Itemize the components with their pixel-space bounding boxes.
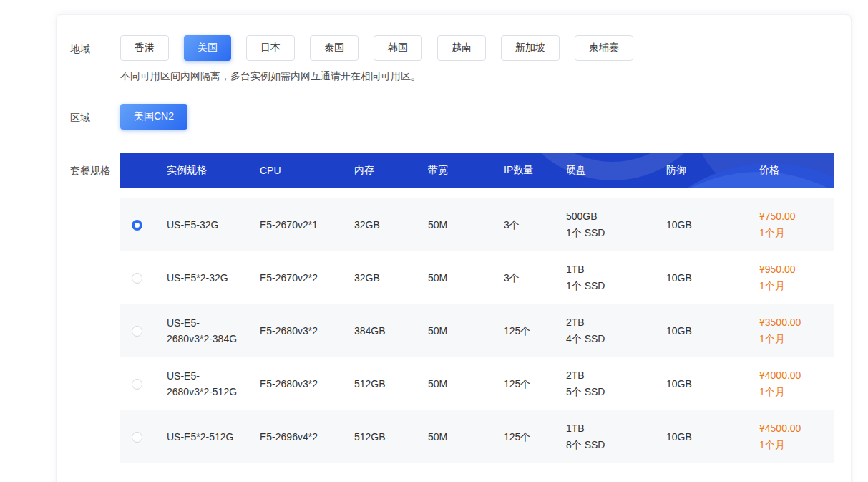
region-option-button[interactable]: 韩国 bbox=[374, 35, 422, 61]
region-option-button[interactable]: 柬埔寨 bbox=[575, 35, 633, 61]
plan-defense: 10GB bbox=[666, 207, 759, 243]
plan-disk-line: 1个 SSD bbox=[566, 278, 666, 294]
config-panel: 地域 香港美国日本泰国韩国越南新加坡柬埔寨 不同可用区间内网隔离，多台实例如需内… bbox=[56, 14, 852, 482]
radio-icon[interactable] bbox=[132, 273, 142, 284]
region-option-button[interactable]: 美国 bbox=[184, 35, 231, 61]
plan-price: ¥4000.001个月 bbox=[759, 357, 834, 410]
plan-price-period: 1个月 bbox=[759, 331, 834, 347]
column-header: CPU bbox=[260, 165, 354, 176]
plan-defense: 10GB bbox=[666, 419, 759, 455]
plan-cpu: E5-2680v3*2 bbox=[260, 313, 354, 349]
plan-memory: 32GB bbox=[354, 260, 428, 296]
region-option-button[interactable]: 日本 bbox=[246, 35, 295, 61]
plans-table-header: 实例规格CPU内存带宽IP数量硬盘防御价格 bbox=[120, 153, 834, 188]
plan-disk-line: 1TB bbox=[566, 261, 666, 278]
plan-ip-count: 125个 bbox=[504, 419, 566, 455]
plan-row[interactable]: US-E5-2680v3*2-384GE5-2680v3*2384GB50M12… bbox=[120, 304, 834, 357]
column-header: 硬盘 bbox=[566, 164, 666, 177]
region-option-button[interactable]: 香港 bbox=[120, 35, 169, 61]
plan-radio-cell bbox=[120, 316, 167, 347]
radio-selected-icon[interactable] bbox=[132, 220, 142, 231]
plan-price-amount: ¥750.00 bbox=[759, 208, 834, 225]
plan-price-period: 1个月 bbox=[759, 384, 834, 400]
plan-disk: 500GB1个 SSD bbox=[566, 198, 666, 251]
plan-row[interactable]: US-E5*2-32GE5-2670v2*232GB50M3个1TB1个 SSD… bbox=[120, 251, 834, 304]
plan-price: ¥950.001个月 bbox=[759, 251, 834, 304]
zone-option-button[interactable]: 美国CN2 bbox=[120, 104, 187, 130]
plan-cpu: E5-2670v2*1 bbox=[260, 207, 354, 243]
plan-defense: 10GB bbox=[666, 366, 759, 402]
plan-cpu: E5-2680v3*2 bbox=[260, 366, 354, 402]
plan-radio-cell bbox=[120, 422, 167, 453]
radio-icon[interactable] bbox=[132, 432, 142, 443]
plan-memory: 384GB bbox=[354, 313, 428, 349]
zone-label: 区域 bbox=[70, 104, 120, 130]
plan-price-amount: ¥4500.00 bbox=[759, 420, 834, 437]
column-header: 防御 bbox=[666, 164, 759, 177]
zone-section: 区域 美国CN2 bbox=[70, 104, 851, 130]
plan-row[interactable]: US-E5*2-512GE5-2696v4*2512GB50M125个1TB8个… bbox=[120, 410, 834, 463]
plan-ip-count: 3个 bbox=[504, 207, 566, 243]
region-note: 不同可用区间内网隔离，多台实例如需内网互通请开在相同可用区。 bbox=[120, 70, 851, 83]
column-header: 内存 bbox=[354, 164, 428, 177]
plan-cpu: E5-2696v4*2 bbox=[260, 419, 354, 455]
plans-table: 实例规格CPU内存带宽IP数量硬盘防御价格 US-E5-32GE5-2670v2… bbox=[120, 153, 834, 463]
plan-ip-count: 3个 bbox=[504, 260, 566, 296]
column-header: 实例规格 bbox=[167, 164, 260, 177]
column-header: 带宽 bbox=[428, 164, 504, 177]
plan-spec: US-E5-2680v3*2-384G bbox=[167, 305, 238, 357]
plan-spec: US-E5-2680v3*2-512G bbox=[167, 358, 238, 410]
region-option-button[interactable]: 越南 bbox=[437, 35, 486, 61]
plan-disk: 2TB4个 SSD bbox=[566, 304, 666, 357]
plan-price-period: 1个月 bbox=[759, 225, 834, 241]
plan-disk-line: 500GB bbox=[566, 208, 666, 225]
plans-label: 套餐规格 bbox=[70, 153, 120, 463]
region-option-button[interactable]: 新加坡 bbox=[501, 35, 560, 61]
plan-price-amount: ¥4000.00 bbox=[759, 367, 834, 384]
plan-spec: US-E5*2-512G bbox=[167, 419, 238, 455]
region-options: 香港美国日本泰国韩国越南新加坡柬埔寨 bbox=[120, 35, 851, 61]
plan-disk: 1TB1个 SSD bbox=[566, 251, 666, 304]
plan-row[interactable]: US-E5-2680v3*2-512GE5-2680v3*2512GB50M12… bbox=[120, 357, 834, 410]
plan-row[interactable]: US-E5-32GE5-2670v2*132GB50M3个500GB1个 SSD… bbox=[120, 198, 834, 251]
plan-price-amount: ¥950.00 bbox=[759, 261, 834, 278]
plan-disk-line: 5个 SSD bbox=[566, 384, 666, 400]
plan-memory: 512GB bbox=[354, 419, 428, 455]
region-section: 地域 香港美国日本泰国韩国越南新加坡柬埔寨 不同可用区间内网隔离，多台实例如需内… bbox=[70, 35, 851, 83]
plan-bandwidth: 50M bbox=[428, 260, 504, 296]
plan-disk-line: 1个 SSD bbox=[566, 225, 666, 241]
column-header: 价格 bbox=[759, 164, 834, 177]
plan-price: ¥4500.001个月 bbox=[759, 410, 834, 463]
plan-ip-count: 125个 bbox=[504, 313, 566, 349]
header-row: 实例规格CPU内存带宽IP数量硬盘防御价格 bbox=[120, 153, 834, 188]
region-option-button[interactable]: 泰国 bbox=[310, 35, 359, 61]
radio-icon[interactable] bbox=[132, 379, 142, 390]
plan-radio-cell bbox=[120, 210, 167, 241]
region-label: 地域 bbox=[70, 35, 120, 83]
plan-radio-cell bbox=[120, 263, 167, 294]
plan-disk-line: 1TB bbox=[566, 420, 666, 437]
plan-price: ¥3500.001个月 bbox=[759, 304, 834, 357]
plan-disk-line: 8个 SSD bbox=[566, 437, 666, 453]
plan-bandwidth: 50M bbox=[428, 313, 504, 349]
plans-table-body: US-E5-32GE5-2670v2*132GB50M3个500GB1个 SSD… bbox=[120, 198, 834, 463]
plans-section: 套餐规格 实例规格CPU内存带宽IP数量硬盘防御价格 US-E5-32GE5-2… bbox=[70, 153, 851, 463]
plan-bandwidth: 50M bbox=[428, 366, 504, 402]
plan-bandwidth: 50M bbox=[428, 419, 504, 455]
plan-ip-count: 125个 bbox=[504, 366, 566, 402]
column-header: IP数量 bbox=[504, 164, 566, 177]
zone-options: 美国CN2 bbox=[120, 104, 851, 130]
plan-defense: 10GB bbox=[666, 313, 759, 349]
plan-disk-line: 4个 SSD bbox=[566, 331, 666, 347]
plan-radio-cell bbox=[120, 369, 167, 400]
plan-cpu: E5-2670v2*2 bbox=[260, 260, 354, 296]
plan-price-amount: ¥3500.00 bbox=[759, 314, 834, 331]
plan-spec: US-E5*2-32G bbox=[167, 260, 238, 296]
plan-memory: 32GB bbox=[354, 207, 428, 243]
plan-disk: 1TB8个 SSD bbox=[566, 410, 666, 463]
radio-icon[interactable] bbox=[132, 326, 142, 337]
plan-price: ¥750.001个月 bbox=[759, 198, 834, 251]
plan-bandwidth: 50M bbox=[428, 207, 504, 243]
plan-disk-line: 2TB bbox=[566, 314, 666, 331]
plan-disk: 2TB5个 SSD bbox=[566, 357, 666, 410]
